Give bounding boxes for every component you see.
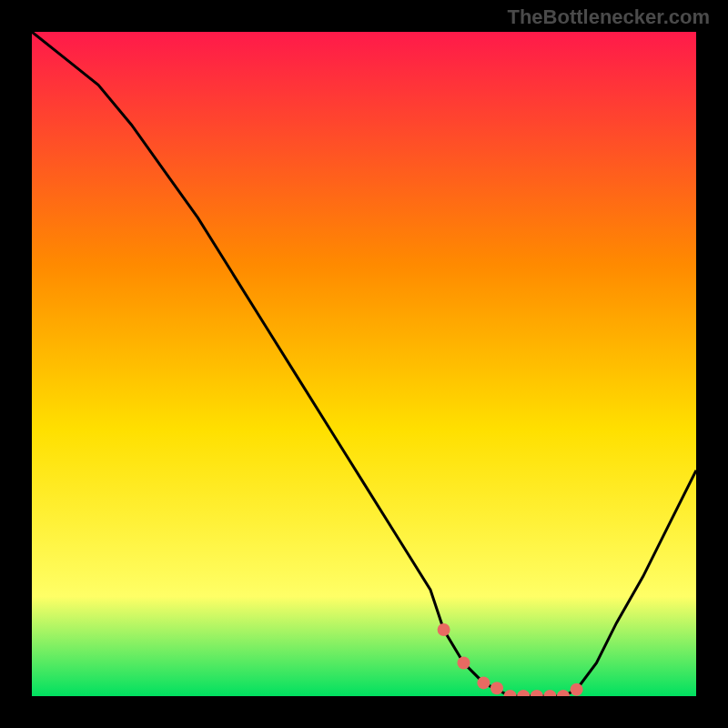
curve-marker — [458, 657, 470, 670]
curve-marker — [571, 683, 583, 696]
chart-container — [32, 32, 696, 696]
bottleneck-chart — [32, 32, 696, 696]
gradient-background — [32, 32, 696, 696]
curve-marker — [438, 623, 450, 636]
curve-marker — [477, 676, 490, 689]
curve-marker — [490, 682, 503, 694]
watermark-text: TheBottlenecker.com — [507, 5, 710, 29]
